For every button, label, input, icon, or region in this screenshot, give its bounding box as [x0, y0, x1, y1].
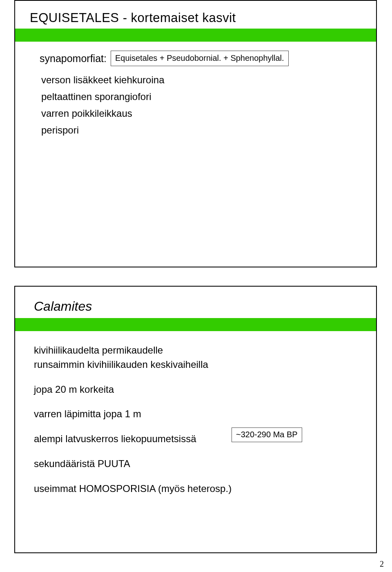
list-item: verson lisäkkeet kiehkuroina — [41, 72, 361, 87]
slide-title: EQUISETALES - kortemaiset kasvit — [30, 11, 376, 25]
list-item: peltaattinen sporangiofori — [41, 89, 361, 104]
green-bar — [15, 318, 376, 331]
slide-2: Calamites kivihiilikaudelta permikaudell… — [14, 286, 377, 553]
slide-1: EQUISETALES - kortemaiset kasvit synapom… — [14, 0, 377, 267]
synapomorfiat-box: Equisetales + Pseudobornial. + Sphenophy… — [111, 51, 289, 66]
synapomorfiat-label: synapomorfiat: — [40, 51, 107, 67]
list-item: alempi latvuskerros liekopuumetsissä — [34, 432, 361, 446]
text-line: runsaimmin kivihiilikauden keskivaiheill… — [34, 358, 361, 372]
text-line: kivihiilikaudelta permikaudelle — [34, 343, 361, 358]
slide-content: synapomorfiat: Equisetales + Pseudoborni… — [15, 42, 376, 138]
synapomorfiat-row: synapomorfiat: Equisetales + Pseudoborni… — [40, 51, 361, 67]
list-item: useimmat HOMOSPORISIA (myös heterosp.) — [34, 482, 361, 496]
page-number: 2 — [380, 559, 384, 569]
slide-content: kivihiilikaudelta permikaudelle runsaimm… — [15, 331, 376, 496]
list-item: sekundääristä PUUTA — [34, 457, 361, 471]
list-item: kivihiilikaudelta permikaudelle runsaimm… — [34, 343, 361, 372]
list-item: jopa 20 m korkeita — [34, 383, 361, 397]
time-annotation-box: ~320-290 Ma BP — [232, 427, 302, 442]
list-item: varren läpimitta jopa 1 m — [34, 407, 361, 421]
green-bar — [15, 29, 376, 42]
list-item: perispori — [41, 122, 361, 138]
list-item: varren poikkileikkaus — [41, 106, 361, 121]
slide-title: Calamites — [34, 299, 376, 314]
